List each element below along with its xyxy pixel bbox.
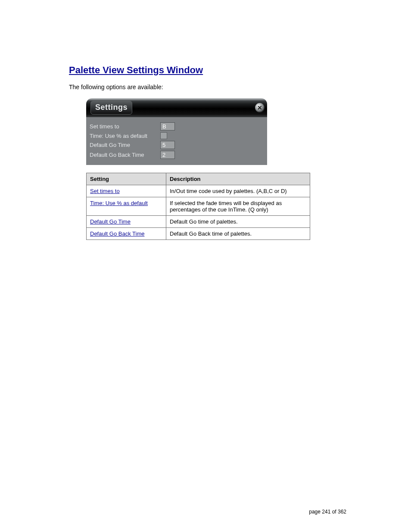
- desc-set-times-to: In/Out time code used by palettes. (A,B,…: [166, 185, 310, 197]
- checkbox-time-percent-default[interactable]: [160, 132, 167, 139]
- row-time-percent-default: Time: Use % as default: [90, 132, 264, 139]
- row-default-go-back-time: Default Go Back Time: [90, 151, 264, 159]
- link-default-go-back-time[interactable]: Default Go Back Time: [90, 230, 144, 237]
- close-icon[interactable]: ✕: [255, 103, 265, 112]
- desc-default-go-time: Default Go time of palettes.: [166, 216, 310, 228]
- header-setting: Setting: [87, 173, 166, 185]
- desc-default-go-back-time: Default Go Back time of palettes.: [166, 228, 310, 240]
- row-default-go-time: Default Go Time: [90, 141, 264, 149]
- link-set-times-to[interactable]: Set times to: [90, 188, 120, 194]
- input-default-go-back-time[interactable]: [160, 151, 175, 159]
- label-time-percent-default: Time: Use % as default: [90, 133, 160, 139]
- label-default-go-back-time: Default Go Back Time: [90, 152, 160, 158]
- link-default-go-time[interactable]: Default Go Time: [90, 218, 131, 225]
- window-body: Set times to Time: Use % as default Defa…: [86, 117, 267, 165]
- section-title-link[interactable]: Palette View Settings Window: [69, 65, 203, 76]
- label-default-go-time: Default Go Time: [90, 142, 160, 148]
- table-header-row: Setting Description: [87, 173, 310, 185]
- settings-tab[interactable]: Settings: [90, 101, 132, 115]
- link-time-percent-default[interactable]: Time: Use % as default: [90, 200, 148, 206]
- document-page: Palette View Settings Window The followi…: [0, 0, 411, 532]
- input-set-times-to[interactable]: [160, 122, 175, 131]
- intro-text: The following options are available:: [69, 84, 346, 90]
- table-row: Set times to In/Out time code used by pa…: [87, 185, 310, 197]
- row-set-times-to: Set times to: [90, 122, 264, 131]
- settings-window-screenshot: Settings ✕ Set times to Time: Use % as d…: [86, 98, 267, 165]
- table-row: Default Go Time Default Go time of palet…: [87, 216, 310, 228]
- page-footer: page 241 of 362: [309, 509, 346, 515]
- settings-description-table: Setting Description Set times to In/Out …: [86, 173, 310, 240]
- table-row: Default Go Back Time Default Go Back tim…: [87, 228, 310, 240]
- table-row: Time: Use % as default If selected the f…: [87, 197, 310, 216]
- input-default-go-time[interactable]: [160, 141, 175, 149]
- header-description: Description: [166, 173, 310, 185]
- window-titlebar: Settings ✕: [86, 98, 267, 117]
- label-set-times-to: Set times to: [90, 123, 160, 130]
- desc-time-percent-default: If selected the fade times will be displ…: [166, 197, 310, 216]
